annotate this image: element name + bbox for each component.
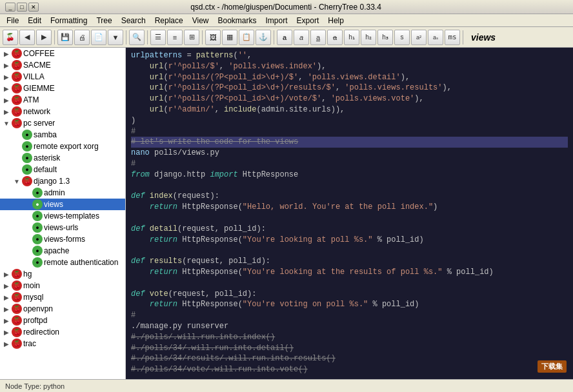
toolbar-strike-button[interactable]: a xyxy=(327,30,343,45)
window-controls[interactable]: _ □ ✕ xyxy=(5,3,39,12)
arrow-icon: ▶ xyxy=(3,97,10,104)
sidebar-item-default[interactable]: ● default xyxy=(0,164,125,175)
sidebar-item-villa[interactable]: ▶ 🍒 VILLA xyxy=(0,71,125,83)
toolbar-italic-button[interactable]: a xyxy=(294,30,309,45)
toolbar-list2-button[interactable]: ≡ xyxy=(167,30,183,45)
minimize-button[interactable]: _ xyxy=(5,3,15,12)
sidebar-label: COFFEE xyxy=(23,49,55,58)
sidebar-label: views-urls xyxy=(44,223,78,232)
node-icon: ● xyxy=(32,199,43,210)
sidebar-item-trac[interactable]: ▶ 🍒 trac xyxy=(0,338,125,349)
sidebar-item-giemme[interactable]: ▶ 🍒 GIEMME xyxy=(0,83,125,94)
code-line xyxy=(131,278,568,289)
menu-import[interactable]: Import xyxy=(262,15,292,26)
menu-tree[interactable]: Tree xyxy=(92,15,116,26)
close-button[interactable]: ✕ xyxy=(28,3,39,12)
toolbar-super-button[interactable]: a² xyxy=(411,30,427,45)
menu-bar: File Edit Formatting Tree Search Replace… xyxy=(0,14,573,27)
toolbar-sub-button[interactable]: aₛ xyxy=(428,30,443,45)
code-line: #./polls/34/vote/.will.run.into.vote() xyxy=(131,364,568,375)
cherry-icon: 🍒 xyxy=(12,269,22,279)
sidebar-item-network[interactable]: ▶ 🍒 network xyxy=(0,106,125,117)
toolbar-image-button[interactable]: 🖼 xyxy=(205,30,221,45)
sidebar-label: network xyxy=(23,107,50,116)
code-line: url(r'^polls/(?P<poll_id>\d+)/$', 'polls… xyxy=(131,72,568,83)
toolbar-table-button[interactable]: ▦ xyxy=(222,30,237,45)
sidebar-item-asterisk[interactable]: ● asterisk xyxy=(0,152,125,164)
menu-replace[interactable]: Replace xyxy=(151,15,187,26)
menu-formatting[interactable]: Formatting xyxy=(46,15,91,26)
sidebar-tree[interactable]: ▶ 🍒 COFFEE ▶ 🍒 SACME ▶ 🍒 VILLA ▶ 🍒 GIEMM… xyxy=(0,48,126,379)
toolbar-forward-button[interactable]: ▶ xyxy=(36,30,52,45)
cherry-icon: 🍒 xyxy=(12,304,22,314)
sidebar-label: redirection xyxy=(23,328,59,337)
sidebar-item-openvpn[interactable]: ▶ 🍒 openvpn xyxy=(0,303,125,315)
menu-search[interactable]: Search xyxy=(117,15,150,26)
code-editor[interactable]: urlpatterns = patterns('', url(r'^polls/… xyxy=(126,48,573,379)
separator-4 xyxy=(202,30,203,44)
sidebar-label: remote authentication xyxy=(44,258,118,267)
sidebar-item-redirection[interactable]: ▶ 🍒 redirection xyxy=(0,326,125,338)
sidebar-label: trac xyxy=(23,339,36,348)
code-line: def vote(request, poll_id): xyxy=(131,289,568,300)
separator-5 xyxy=(274,30,274,44)
sidebar-item-views-forms[interactable]: ● views-forms xyxy=(0,233,125,245)
menu-bookmarks[interactable]: Bookmarks xyxy=(214,15,260,26)
code-line: return HttpResponse("You're looking at t… xyxy=(131,267,568,278)
sidebar-item-pc-server[interactable]: ▼ 🍒 pc server xyxy=(0,117,125,129)
sidebar-item-django[interactable]: ▼ 🍒 django 1.3 xyxy=(0,175,125,187)
sidebar-item-views-urls[interactable]: ● views-urls xyxy=(0,222,125,233)
sidebar-item-apache[interactable]: ● apache xyxy=(0,245,125,257)
sidebar-item-samba[interactable]: ● samba xyxy=(0,129,125,141)
sidebar-item-remote-auth[interactable]: ● remote authentication xyxy=(0,257,125,268)
toolbar-mono-button[interactable]: ms xyxy=(445,30,460,45)
toolbar-h3-button[interactable]: h₃ xyxy=(377,30,393,45)
sidebar-item-coffee[interactable]: ▶ 🍒 COFFEE xyxy=(0,48,125,59)
sidebar-item-moin[interactable]: ▶ 🍒 moin xyxy=(0,280,125,291)
toolbar-h1-button[interactable]: h₁ xyxy=(344,30,359,45)
menu-file[interactable]: File xyxy=(3,15,23,26)
sidebar-item-atm[interactable]: ▶ 🍒 ATM xyxy=(0,94,125,106)
code-line: #./polls/34/results/.will.run.into.resul… xyxy=(131,353,568,364)
toolbar-save-button[interactable]: 💾 xyxy=(57,30,73,45)
toolbar-link-button[interactable]: ⚓ xyxy=(256,30,271,45)
code-line: nano polls/views.py xyxy=(131,148,568,159)
toolbar-cherry-icon[interactable]: 🍒 xyxy=(3,30,18,45)
sidebar-item-proftpd[interactable]: ▶ 🍒 proftpd xyxy=(0,315,125,326)
menu-edit[interactable]: Edit xyxy=(24,15,45,26)
toolbar-code-button[interactable]: 📋 xyxy=(239,30,254,45)
sidebar-label: django 1.3 xyxy=(34,177,70,186)
cherry-icon: 🍒 xyxy=(12,72,22,82)
menu-view[interactable]: View xyxy=(188,15,213,26)
toolbar-h2-button[interactable]: h₂ xyxy=(361,30,376,45)
toolbar-search-button[interactable]: 🔍 xyxy=(129,30,145,45)
toolbar-list3-button[interactable]: ⊞ xyxy=(184,30,199,45)
toolbar-bold-button[interactable]: a xyxy=(277,30,292,45)
sidebar-item-views[interactable]: ● views xyxy=(0,199,125,210)
cherry-icon: 🍒 xyxy=(12,83,22,93)
sidebar-item-sacme[interactable]: ▶ 🍒 SACME xyxy=(0,59,125,71)
sidebar-item-admin[interactable]: ● admin xyxy=(0,187,125,199)
menu-export[interactable]: Export xyxy=(293,15,323,26)
maximize-button[interactable]: □ xyxy=(17,3,27,12)
sidebar-item-remote-export[interactable]: ● remote export xorg xyxy=(0,141,125,152)
node-icon: ● xyxy=(32,188,43,198)
cherry-icon: 🍒 xyxy=(12,60,22,70)
main-content: ▶ 🍒 COFFEE ▶ 🍒 SACME ▶ 🍒 VILLA ▶ 🍒 GIEMM… xyxy=(0,48,573,379)
sidebar-item-views-templates[interactable]: ● views-templates xyxy=(0,210,125,222)
toolbar-list1-button[interactable]: ☰ xyxy=(150,30,166,45)
sidebar-item-hg[interactable]: ▶ 🍒 hg xyxy=(0,268,125,280)
arrow-icon: ▶ xyxy=(3,317,10,324)
code-line: urlpatterns = patterns('', xyxy=(131,50,568,61)
sidebar-item-mysql[interactable]: ▶ 🍒 mysql xyxy=(0,291,125,303)
cherry-icon: 🍒 xyxy=(22,176,32,186)
toolbar-print-button[interactable]: 🖨 xyxy=(74,30,90,45)
toolbar-export-button[interactable]: 📄 xyxy=(91,30,106,45)
code-line: return HttpResponse("Hello, world. You'r… xyxy=(131,202,568,213)
toolbar-dropdown-button[interactable]: ▼ xyxy=(108,30,123,45)
menu-help[interactable]: Help xyxy=(324,15,348,26)
toolbar-small-button[interactable]: s xyxy=(394,30,410,45)
sidebar-label: openvpn xyxy=(23,304,53,313)
toolbar-back-button[interactable]: ◀ xyxy=(19,30,35,45)
toolbar-underline-button[interactable]: a xyxy=(310,30,326,45)
